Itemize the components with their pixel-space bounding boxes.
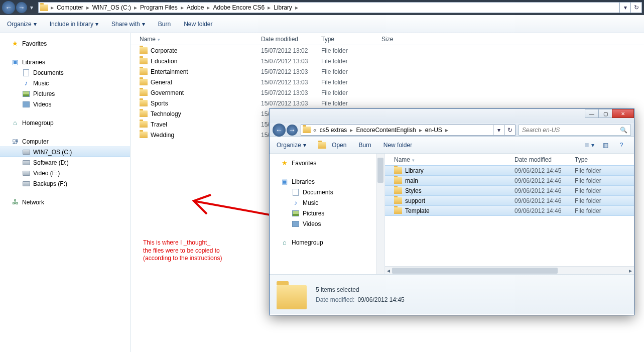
crumb-encore[interactable]: Adobe Encore CS6 — [211, 3, 267, 13]
organize-menu[interactable]: Organize ▾ — [277, 142, 306, 149]
col-size[interactable]: Size — [381, 36, 422, 43]
table-row[interactable]: General15/07/2012 13:03File folder — [131, 77, 644, 87]
share-with-menu[interactable]: Share with ▾ — [111, 21, 145, 28]
table-row[interactable]: Education15/07/2012 13:03File folder — [131, 56, 644, 66]
main-address-bar: ← → ▾ ▸ Computer▸ WIN7_OS (C:)▸ Program … — [0, 0, 644, 15]
videos-icon — [22, 100, 30, 108]
table-row-selected[interactable]: main09/06/2012 14:46File folder — [385, 175, 634, 186]
preview-pane-button[interactable]: ▥ — [600, 140, 611, 150]
navigation-pane: ★Favorites ▣Libraries Documents ♪Music P… — [0, 33, 131, 352]
folder-icon — [140, 68, 148, 75]
scroll-left-icon[interactable]: ◂ — [385, 267, 392, 275]
nav-pictures[interactable]: Pictures — [270, 208, 384, 218]
minimize-button[interactable]: — — [585, 109, 599, 118]
nav-music[interactable]: ♪Music — [0, 78, 130, 88]
secondary-navigation-pane: ★Favorites ▣Libraries Documents ♪Music P… — [270, 154, 385, 274]
nav-videos[interactable]: Videos — [270, 218, 384, 229]
nav-network[interactable]: 🖧Network — [0, 197, 130, 207]
help-button[interactable]: ? — [616, 140, 627, 150]
burn-button[interactable]: Burn — [358, 142, 371, 149]
date-modified-value: 09/06/2012 14:45 — [357, 296, 404, 303]
address-dropdown[interactable]: ▾ — [620, 2, 631, 13]
col-date[interactable]: Date modified — [514, 156, 575, 163]
table-row-selected[interactable]: Styles09/06/2012 14:46File folder — [385, 185, 634, 196]
table-row[interactable]: Sports15/07/2012 13:03File folder — [131, 98, 644, 108]
chevron-right-icon[interactable]: ▸ — [50, 4, 55, 11]
secondary-toolbar: Organize ▾ Open Burn New folder ≣ ▾ ▥ ? — [270, 137, 634, 154]
new-folder-button[interactable]: New folder — [383, 142, 412, 149]
crumb-encorecontent[interactable]: EncoreContentEnglish — [354, 125, 418, 135]
nav-drive-f[interactable]: Backups (F:) — [0, 178, 130, 189]
nav-documents[interactable]: Documents — [0, 67, 130, 78]
folder-icon — [39, 3, 50, 13]
col-type[interactable]: Type — [575, 156, 620, 163]
search-box[interactable]: 🔍 — [519, 125, 631, 136]
table-row-selected[interactable]: Library09/06/2012 14:45File folder — [385, 165, 634, 176]
nav-documents[interactable]: Documents — [270, 187, 384, 197]
search-input[interactable] — [522, 127, 620, 134]
nav-favorites[interactable]: ★Favorites — [0, 38, 130, 49]
burn-button[interactable]: Burn — [158, 21, 171, 28]
crumb-adobe[interactable]: Adobe — [185, 3, 206, 13]
nav-forward-button[interactable]: → — [287, 125, 298, 136]
refresh-button[interactable]: ↻ — [631, 2, 642, 13]
col-name[interactable]: Name▾ — [385, 156, 514, 163]
include-in-library-menu[interactable]: Include in library ▾ — [50, 21, 98, 28]
table-row[interactable]: Government15/07/2012 13:03File folder — [131, 87, 644, 98]
view-options-button[interactable]: ≣ ▾ — [584, 140, 595, 150]
nav-drive-e[interactable]: Video (E:) — [0, 168, 130, 178]
nav-history-dropdown[interactable]: ▾ — [28, 4, 35, 11]
close-button[interactable]: ✕ — [612, 109, 634, 118]
homegroup-icon: ⌂ — [11, 119, 19, 127]
table-row[interactable]: Corporate15/07/2012 13:02File folder — [131, 45, 644, 56]
organize-menu[interactable]: Organize ▾ — [7, 21, 37, 28]
breadcrumb-bar[interactable]: ▸ Computer▸ WIN7_OS (C:)▸ Program Files▸… — [38, 2, 620, 13]
folder-icon — [140, 110, 148, 117]
table-row-selected[interactable]: support09/06/2012 14:46File folder — [385, 195, 634, 206]
breadcrumb-bar[interactable]: « cs5 extras▸ EncoreContentEnglish▸ en-U… — [301, 125, 493, 136]
table-row[interactable]: Entertainment15/07/2012 13:03File folder — [131, 66, 644, 77]
maximize-button[interactable]: ▢ — [598, 109, 612, 118]
nav-homegroup[interactable]: ⌂Homegroup — [0, 118, 130, 128]
chevron-left-icon[interactable]: « — [312, 127, 318, 134]
nav-libraries[interactable]: ▣Libraries — [0, 57, 130, 67]
crumb-enus[interactable]: en-US — [423, 125, 444, 135]
vertical-scrollbar[interactable] — [376, 154, 384, 274]
window-titlebar[interactable]: — ▢ ✕ — [270, 109, 634, 123]
nav-videos[interactable]: Videos — [0, 99, 130, 109]
crumb-progfiles[interactable]: Program Files — [138, 3, 180, 13]
crumb-computer[interactable]: Computer — [55, 3, 85, 13]
refresh-button[interactable]: ↻ — [504, 125, 516, 136]
nav-music[interactable]: ♪Music — [270, 197, 384, 208]
crumb-library[interactable]: Library — [272, 3, 294, 13]
address-dropdown[interactable]: ▾ — [493, 125, 504, 136]
col-type[interactable]: Type — [321, 36, 381, 43]
secondary-address-bar: ← → « cs5 extras▸ EncoreContentEnglish▸ … — [270, 123, 634, 137]
scroll-right-icon[interactable]: ▸ — [627, 267, 634, 275]
crumb-cs5extras[interactable]: cs5 extras — [318, 125, 349, 135]
table-row-selected[interactable]: Template09/06/2012 14:46File folder — [385, 205, 634, 216]
nav-drive-d[interactable]: Software (D:) — [0, 157, 130, 168]
star-icon: ★ — [281, 159, 289, 167]
folder-stack-icon — [277, 280, 309, 309]
col-date[interactable]: Date modified — [261, 36, 321, 43]
nav-pictures[interactable]: Pictures — [0, 88, 130, 99]
nav-back-button[interactable]: ← — [2, 1, 15, 14]
nav-computer[interactable]: 🖳Computer — [0, 136, 130, 147]
new-folder-button[interactable]: New folder — [184, 21, 212, 28]
nav-back-button[interactable]: ← — [273, 124, 286, 137]
nav-drive-c[interactable]: WIN7_OS (C:) — [0, 147, 130, 157]
folder-icon — [394, 167, 402, 174]
drive-icon — [22, 169, 30, 177]
col-name[interactable]: Name▾ — [131, 36, 261, 43]
crumb-drive[interactable]: WIN7_OS (C:) — [90, 3, 133, 13]
nav-forward-button[interactable]: → — [16, 2, 27, 13]
horizontal-scrollbar[interactable]: ◂ ▸ — [385, 266, 634, 274]
folder-icon — [140, 47, 148, 54]
open-button[interactable]: Open — [318, 142, 347, 149]
nav-favorites[interactable]: ★Favorites — [270, 158, 384, 168]
nav-homegroup[interactable]: ⌂Homegroup — [270, 237, 384, 248]
nav-libraries[interactable]: ▣Libraries — [270, 176, 384, 187]
folder-icon — [140, 89, 148, 96]
music-icon: ♪ — [22, 79, 30, 87]
